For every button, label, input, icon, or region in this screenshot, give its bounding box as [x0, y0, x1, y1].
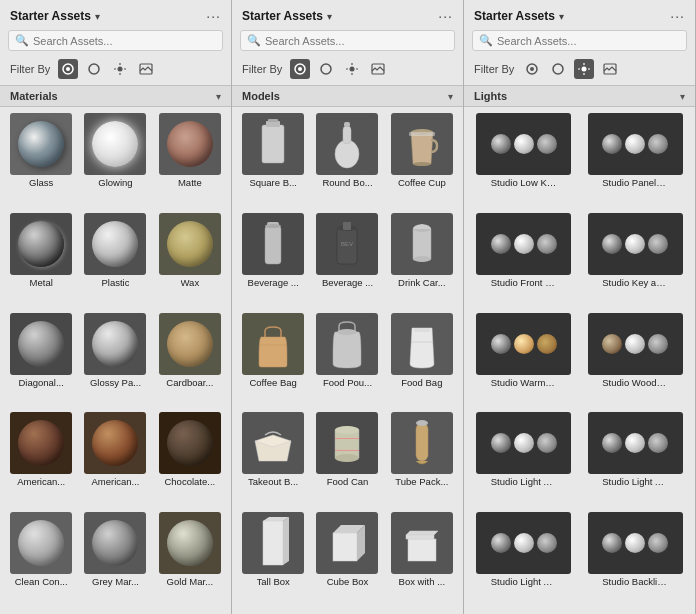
list-item[interactable]: Glossy Pa... — [80, 313, 150, 409]
list-item[interactable]: Studio Backlight... — [582, 512, 690, 608]
asset-label: Plastic — [102, 277, 130, 288]
filter-image-icon[interactable] — [368, 59, 388, 79]
svg-point-3 — [118, 67, 123, 72]
svg-point-10 — [298, 67, 302, 71]
svg-rect-50 — [408, 539, 436, 561]
asset-label: Round Bo... — [322, 177, 372, 188]
chevron-down-icon[interactable]: ▾ — [95, 11, 100, 22]
list-item[interactable]: Takeout B... — [238, 412, 308, 508]
filter-bar-lights: Filter By — [464, 57, 695, 85]
list-item[interactable]: Studio Warm Key... — [470, 313, 578, 409]
chevron-down-icon[interactable]: ▾ — [559, 11, 564, 22]
asset-label: Studio Backlight... — [602, 576, 668, 587]
list-item[interactable]: Coffee Bag — [238, 313, 308, 409]
list-item[interactable]: Round Bo... — [312, 113, 382, 209]
search-bar-models[interactable]: 🔍 — [240, 30, 455, 51]
list-item[interactable]: Box with ... — [387, 512, 457, 608]
asset-label: Studio Light Arch... — [602, 476, 668, 487]
svg-point-11 — [321, 64, 331, 74]
list-item[interactable]: Studio Front Key ... — [470, 213, 578, 309]
list-item[interactable]: Square B... — [238, 113, 308, 209]
asset-label: Studio Low Key L... — [491, 177, 557, 188]
filter-sphere-icon[interactable] — [316, 59, 336, 79]
svg-point-54 — [553, 64, 563, 74]
search-bar-lights[interactable]: 🔍 — [472, 30, 687, 51]
svg-text:BEV: BEV — [341, 241, 353, 247]
models-panel: Starter Assets ▾ ··· 🔍 Filter By Models … — [232, 0, 464, 614]
list-item[interactable]: Tube Pack... — [387, 412, 457, 508]
filter-sun-icon[interactable] — [342, 59, 362, 79]
list-item[interactable]: Wax — [155, 213, 225, 309]
list-item[interactable]: Metal — [6, 213, 76, 309]
list-item[interactable]: Studio Light Arch... — [470, 412, 578, 508]
section-collapse-icon[interactable]: ▾ — [448, 91, 453, 102]
list-item[interactable]: Glass — [6, 113, 76, 209]
list-item[interactable]: Food Pou... — [312, 313, 382, 409]
asset-label: American... — [17, 476, 65, 487]
filter-image-icon[interactable] — [136, 59, 156, 79]
filter-sphere-icon[interactable] — [548, 59, 568, 79]
filter-material-icon[interactable] — [290, 59, 310, 79]
svg-rect-45 — [335, 450, 359, 451]
more-options-icon[interactable]: ··· — [206, 8, 221, 24]
search-input-models[interactable] — [265, 35, 448, 47]
more-options-icon[interactable]: ··· — [670, 8, 685, 24]
list-item[interactable]: Drink Car... — [387, 213, 457, 309]
list-item[interactable]: Plastic — [80, 213, 150, 309]
asset-label: Cube Box — [327, 576, 369, 587]
asset-label: Studio Front Key ... — [491, 277, 557, 288]
asset-label: Takeout B... — [248, 476, 298, 487]
panel-title: Starter Assets — [242, 9, 323, 23]
filter-material-icon[interactable] — [58, 59, 78, 79]
asset-label: Food Pou... — [323, 377, 372, 388]
list-item[interactable]: Studio Light Arch... — [582, 412, 690, 508]
filter-sun-icon[interactable] — [110, 59, 130, 79]
section-header-materials: Materials ▾ — [0, 85, 231, 107]
section-collapse-icon[interactable]: ▾ — [216, 91, 221, 102]
list-item[interactable]: Studio Panels Lig... — [582, 113, 690, 209]
svg-rect-34 — [413, 229, 431, 259]
list-item[interactable]: Diagonal... — [6, 313, 76, 409]
section-collapse-icon[interactable]: ▾ — [680, 91, 685, 102]
list-item[interactable]: Clean Con... — [6, 512, 76, 608]
list-item[interactable]: Studio Key and F... — [582, 213, 690, 309]
filter-sun-icon[interactable] — [574, 59, 594, 79]
section-title: Models — [242, 90, 280, 102]
chevron-down-icon[interactable]: ▾ — [327, 11, 332, 22]
filter-sphere-icon[interactable] — [84, 59, 104, 79]
list-item[interactable]: Food Can — [312, 412, 382, 508]
panel-header-models: Starter Assets ▾ ··· — [232, 0, 463, 30]
search-input-materials[interactable] — [33, 35, 216, 47]
filter-image-icon[interactable] — [600, 59, 620, 79]
list-item[interactable]: Studio Light Arch... — [470, 512, 578, 608]
panel-header-lights: Starter Assets ▾ ··· — [464, 0, 695, 30]
asset-label: Food Can — [327, 476, 369, 487]
search-bar-materials[interactable]: 🔍 — [8, 30, 223, 51]
more-options-icon[interactable]: ··· — [438, 8, 453, 24]
list-item[interactable]: Grey Mar... — [80, 512, 150, 608]
svg-point-2 — [89, 64, 99, 74]
svg-rect-51 — [406, 535, 434, 539]
list-item[interactable]: American... — [6, 412, 76, 508]
list-item[interactable]: Cardboar... — [155, 313, 225, 409]
list-item[interactable]: Glowing — [80, 113, 150, 209]
svg-point-38 — [337, 329, 357, 335]
list-item[interactable]: Gold Mar... — [155, 512, 225, 608]
asset-label: Studio Key and F... — [602, 277, 668, 288]
list-item[interactable]: Matte — [155, 113, 225, 209]
list-item[interactable]: Food Bag — [387, 313, 457, 409]
filter-material-icon[interactable] — [522, 59, 542, 79]
list-item[interactable]: Cube Box — [312, 512, 382, 608]
list-item[interactable]: Coffee Cup — [387, 113, 457, 209]
list-item[interactable]: Chocolate... — [155, 412, 225, 508]
panel-title: Starter Assets — [474, 9, 555, 23]
list-item[interactable]: Studio Low Key L... — [470, 113, 578, 209]
list-item[interactable]: Tall Box — [238, 512, 308, 608]
list-item[interactable]: Beverage ... — [238, 213, 308, 309]
list-item[interactable]: BEV Beverage ... — [312, 213, 382, 309]
asset-label: Box with ... — [399, 576, 445, 587]
list-item[interactable]: American... — [80, 412, 150, 508]
search-input-lights[interactable] — [497, 35, 680, 47]
asset-label: Studio Panels Lig... — [602, 177, 668, 188]
list-item[interactable]: Studio Wood Win... — [582, 313, 690, 409]
